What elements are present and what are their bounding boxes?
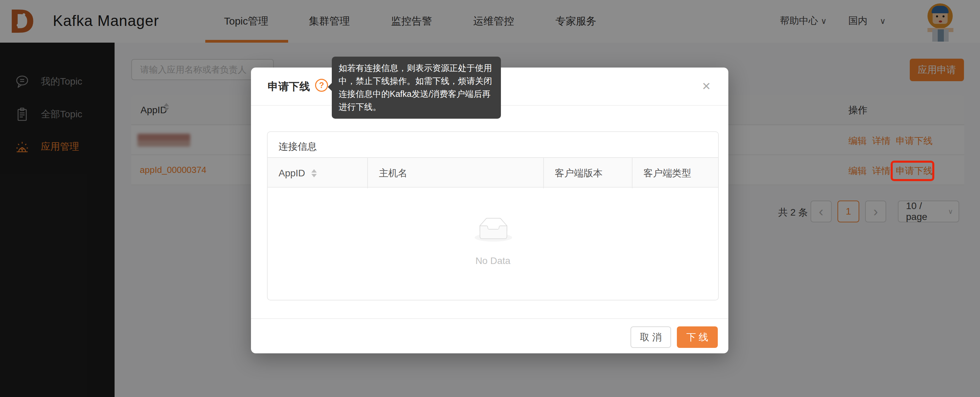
- col-header-hostname: 主机名: [367, 158, 543, 188]
- col-header-client-type: 客户端类型: [632, 158, 718, 188]
- tooltip-line: 中，禁止下线操作。如需下线，烦请关闭: [339, 74, 494, 87]
- modal-table-header: AppID 主机名 客户端版本 客户端类型: [268, 157, 718, 188]
- sort-carets-icon: [311, 169, 317, 177]
- col-label: 客户端类型: [643, 167, 691, 180]
- kafka-manager-app: D Kafka Manager Topic管理 集群管理 监控告警 运维管控 专…: [0, 0, 980, 397]
- empty-text: No Data: [268, 255, 718, 266]
- col-header-client-version: 客户端版本: [543, 158, 632, 188]
- offline-help-tooltip: 如若有连接信息，则表示资源正处于使用 中，禁止下线操作。如需下线，烦请关闭 连接…: [332, 57, 501, 119]
- modal-footer: 取 消 下 线: [251, 318, 729, 353]
- connection-info-panel: 连接信息 AppID 主机名 客户端版本 客户端类型: [267, 131, 719, 300]
- empty-inbox-icon: [475, 218, 512, 242]
- tooltip-line: 进行下线。: [339, 100, 494, 113]
- tooltip-line: 连接信息中的Kafka发送/消费客户端后再: [339, 87, 494, 100]
- question-circle-icon[interactable]: ?: [315, 79, 328, 92]
- col-label: AppID: [278, 168, 305, 179]
- cancel-button[interactable]: 取 消: [630, 327, 671, 348]
- close-icon[interactable]: ✕: [702, 80, 711, 93]
- col-label: 客户端版本: [555, 167, 603, 180]
- modal-title: 申请下线: [268, 80, 310, 94]
- col-header-appid[interactable]: AppID: [268, 158, 367, 188]
- click-highlight-annotation: [891, 161, 934, 181]
- col-label: 主机名: [379, 167, 407, 180]
- offline-confirm-button[interactable]: 下 线: [677, 327, 718, 348]
- panel-title: 连接信息: [278, 140, 317, 153]
- tooltip-line: 如若有连接信息，则表示资源正处于使用: [339, 61, 494, 74]
